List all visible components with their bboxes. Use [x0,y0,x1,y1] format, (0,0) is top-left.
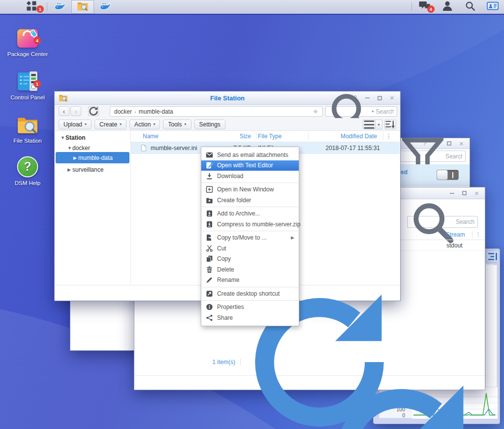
view-mode-caret[interactable]: ▾ [376,120,382,129]
menu-item-compress-to-zip[interactable]: Compress to mumble-server.zip [201,219,299,230]
menu-item-copy[interactable]: Copy [201,254,299,265]
menu-item-label: Share [217,314,233,321]
button-label: Action [134,121,151,128]
menu-item-create-desktop-shortcut[interactable]: Create desktop shortcut [201,288,299,299]
column-header-name[interactable]: Name [143,133,158,140]
taskbar-app-file-station[interactable] [71,0,94,14]
desktop-icon-control-panel[interactable]: 1 Control Panel [6,70,49,101]
settings-row-label: ed [401,169,408,176]
menu-item-open-in-new-window[interactable]: Open in New Window [201,184,299,195]
tree-item-surveillance[interactable]: ▶ surveillance [55,164,130,175]
tree-item-station[interactable]: ▼ Station [55,132,130,143]
menu-item-cut[interactable]: Cut [201,243,299,254]
desktop-icon-file-station[interactable]: File Station [6,113,49,144]
breadcrumb-segment[interactable]: mumble-data [139,108,173,115]
upload-button[interactable]: Upload ▾ [59,120,92,129]
sort-button[interactable] [384,120,396,129]
menu-item-properties[interactable]: Properties [201,302,299,313]
caret-collapsed-icon[interactable]: ▶ [67,167,72,172]
desktop-icon-dsm-help[interactable]: ? DSM Help [6,155,49,186]
menu-item-download[interactable]: Download [201,171,299,182]
breadcrumb-segment[interactable]: docker [114,108,132,115]
main-menu-button[interactable]: 1 [18,0,45,14]
copy-move-icon [206,234,213,241]
menu-item-add-to-archive[interactable]: Add to Archive... [201,209,299,219]
search-box: ▾ [325,106,397,117]
tools-button[interactable]: Tools ▾ [163,120,191,129]
breadcrumb[interactable]: docker › mumble-data ★ [110,106,323,117]
search-box [407,216,478,228]
column-header-stream[interactable]: Stream [446,231,465,238]
taskbar-app-docker-2[interactable] [94,0,117,14]
maximize-button[interactable] [377,95,382,101]
search-options-caret-icon[interactable]: ▾ [372,109,374,114]
pilot-view-button[interactable] [481,0,504,14]
caret-expanded-icon[interactable]: ▼ [67,146,72,151]
maximize-button[interactable] [446,141,452,147]
view-mode-button[interactable] [363,120,376,129]
collapse-panel-button[interactable] [486,250,499,262]
column-divider [472,231,472,239]
caret-expanded-icon[interactable]: ▼ [61,135,65,140]
caret-down-icon: ▾ [120,122,122,126]
close-button[interactable]: × [474,190,479,196]
notifications-button[interactable]: 4 [413,0,436,14]
menu-item-label: Delete [217,266,234,273]
close-button[interactable]: × [389,95,395,101]
search-input[interactable] [445,153,462,160]
menu-item-copy-to-move-to[interactable]: Copy to/Move to ... ▶ [201,233,299,244]
tree-item-mumble-data[interactable]: ▶ mumble-data [56,152,129,163]
column-header-modified-date[interactable]: Modified Date [341,133,377,140]
status-divider [240,359,241,366]
refresh-button[interactable] [88,106,99,116]
menu-item-send-as-email[interactable]: Send as email attachments [201,150,299,160]
column-options-button[interactable]: ⋮ [386,133,392,140]
menu-separator [202,183,298,183]
toolbar: Upload ▾ Create ▾ Action ▾ Tools ▾ Setti… [55,118,400,131]
column-header-size[interactable]: Size [240,133,251,140]
view-controls: ▾ [363,120,396,129]
column-divider [308,133,309,140]
file-station-folder-icon [59,93,68,102]
search-input[interactable] [376,108,394,115]
maximize-button[interactable] [462,190,467,196]
menu-item-share[interactable]: Share [201,312,299,323]
forward-button[interactable]: › [70,106,81,116]
global-search-button[interactable] [459,0,481,14]
taskbar-app-docker[interactable] [49,0,71,14]
menu-item-create-folder[interactable]: Create folder [201,195,299,206]
search-input[interactable] [456,218,474,225]
minimize-button[interactable] [449,190,455,196]
svg-text:?: ? [24,159,31,173]
menu-item-open-with-text-editor[interactable]: Open with Text Editor [201,160,299,171]
caret-down-icon: ▾ [85,122,87,126]
refresh-icon [89,106,98,116]
menu-item-rename[interactable]: Rename [201,275,299,286]
user-menu-button[interactable] [436,0,459,14]
column-divider [383,133,383,140]
tree-label: Station [65,134,86,141]
close-button[interactable]: × [459,141,464,147]
settings-button[interactable]: Settings [194,120,225,129]
column-options-button[interactable]: ⋮ [475,231,481,238]
action-button[interactable]: Action ▾ [129,120,160,129]
folder-tree: ▼ Station ▼ docker ▶ mumble-data ▶ surve… [55,131,131,284]
toggle-knob[interactable] [437,170,448,180]
desktop-icon-package-center[interactable]: 4 Package Center [6,27,49,58]
file-icon [141,145,147,152]
chevron-right-icon: › [134,109,136,115]
menu-item-label: Open in New Window [217,186,274,193]
caret-collapsed-icon[interactable]: ▶ [73,155,78,160]
toggle-switch[interactable] [437,170,459,180]
taskbar-spacer [117,0,410,14]
file-station-folder-icon [16,113,39,136]
create-button[interactable]: Create ▾ [94,120,126,129]
tree-item-docker[interactable]: ▼ docker [55,143,130,153]
new-window-icon [206,186,213,193]
back-button[interactable]: ‹ [59,106,69,116]
favorite-star-icon[interactable]: ★ [313,108,318,115]
menu-item-delete[interactable]: Delete [201,264,299,275]
column-header-file-type[interactable]: File Type [258,133,282,140]
menu-separator [202,300,298,301]
taskbar: 1 4 [0,0,504,15]
